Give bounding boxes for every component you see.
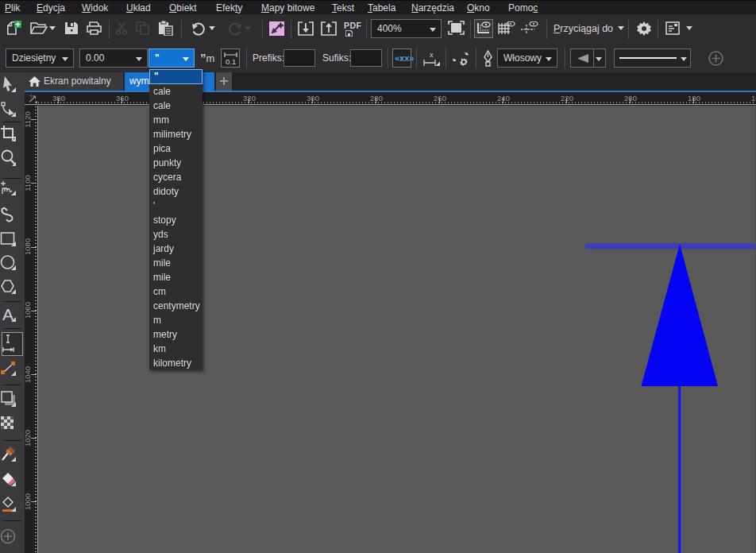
svg-text:x: x bbox=[430, 51, 434, 59]
svg-text:A: A bbox=[2, 306, 14, 323]
